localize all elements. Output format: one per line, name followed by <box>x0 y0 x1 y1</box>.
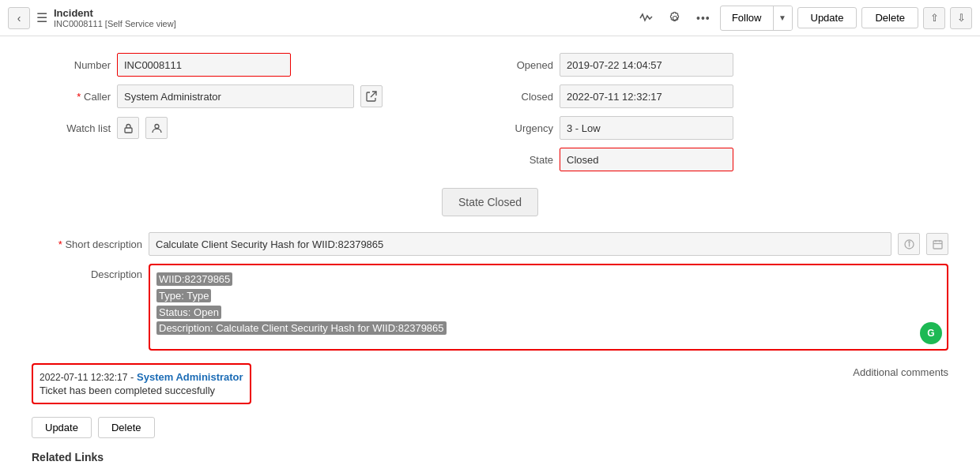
description-box: WIID:82379865 Type: Type Status: Open De… <box>149 264 948 351</box>
follow-button[interactable]: Follow <box>721 8 773 28</box>
short-desc-input[interactable] <box>149 232 891 256</box>
svg-rect-6 <box>933 241 942 249</box>
closed-row: Closed <box>490 84 948 109</box>
comment-author[interactable]: System Administrator <box>137 371 243 383</box>
caller-row: Caller <box>32 84 490 109</box>
short-desc-row: Short description <box>32 232 948 256</box>
watchlist-row: Watch list <box>32 115 490 141</box>
bottom-update-button[interactable]: Update <box>32 417 92 438</box>
related-links-section: Related Links Repair SLAs <box>32 451 948 469</box>
desc-line4: Description: Calculate Client Security H… <box>156 321 447 335</box>
description-row: Description WIID:82379865 Type: Type Sta… <box>32 264 948 351</box>
closed-input[interactable] <box>560 84 733 108</box>
svg-point-5 <box>908 241 909 242</box>
activity-icon-button[interactable] <box>635 6 658 30</box>
info-icon-button[interactable] <box>898 233 920 255</box>
desc-line3: Status: Open <box>156 306 221 319</box>
follow-btn-group: Follow ▼ <box>720 6 793 31</box>
follow-dropdown-button[interactable]: ▼ <box>773 6 792 30</box>
caller-label: Caller <box>32 91 111 103</box>
nav-down-button[interactable]: ⇩ <box>950 7 972 29</box>
svg-point-2 <box>155 124 159 128</box>
description-label: Description <box>32 264 142 280</box>
nav-up-button[interactable]: ⇧ <box>923 7 945 29</box>
header-title-block: Incident INC0008111 [Self Service view] <box>54 7 176 28</box>
desc-line2: Type: Type <box>156 289 211 302</box>
opened-label: Opened <box>490 59 553 71</box>
grammarly-button[interactable]: G <box>920 322 942 344</box>
urgency-label: Urgency <box>490 122 553 134</box>
urgency-row: Urgency <box>490 115 948 141</box>
related-links-title: Related Links <box>32 451 948 463</box>
state-closed-banner: State Closed <box>442 188 538 216</box>
hamburger-icon[interactable]: ☰ <box>36 10 47 25</box>
svg-line-0 <box>371 92 376 97</box>
bottom-delete-button[interactable]: Delete <box>98 417 155 438</box>
more-options-button[interactable]: ••• <box>692 6 715 30</box>
additional-comments-label: Additional comments <box>790 363 948 404</box>
settings-icon-button[interactable] <box>663 6 687 30</box>
incident-sub: INC0008111 [Self Service view] <box>54 19 176 28</box>
state-label: State <box>490 154 553 166</box>
desc-line1: WIID:82379865 <box>156 272 232 286</box>
opened-input[interactable] <box>560 53 733 77</box>
back-button[interactable]: ‹ <box>8 7 30 29</box>
urgency-input[interactable] <box>560 116 733 140</box>
description-content: WIID:82379865 Type: Type Status: Open De… <box>149 264 948 351</box>
caller-link-button[interactable] <box>360 85 383 107</box>
main-content: Number Caller Watch list <box>0 36 980 469</box>
header-right: ••• Follow ▼ Update Delete ⇧ ⇩ <box>635 6 972 31</box>
comment-separator: - <box>130 371 137 383</box>
comment-text: Ticket has been completed succesfully <box>40 385 243 396</box>
comment-left: 2022-07-11 12:32:17 - System Administrat… <box>32 363 784 404</box>
incident-label: Incident <box>54 7 176 19</box>
header-bar: ‹ ☰ Incident INC0008111 [Self Service vi… <box>0 0 980 36</box>
calendar-icon-button[interactable] <box>926 233 948 255</box>
form-left: Number Caller Watch list <box>32 52 490 172</box>
closed-label: Closed <box>490 91 553 103</box>
number-label: Number <box>32 59 111 71</box>
header-update-button[interactable]: Update <box>797 7 858 28</box>
caller-input[interactable] <box>117 84 354 108</box>
opened-row: Opened <box>490 52 948 77</box>
form-right: Opened Closed Urgency State <box>490 52 948 172</box>
header-delete-button[interactable]: Delete <box>861 7 918 28</box>
svg-rect-1 <box>125 128 132 133</box>
comment-section: 2022-07-11 12:32:17 - System Administrat… <box>32 363 948 404</box>
short-desc-label: Short description <box>32 238 142 250</box>
state-input[interactable] <box>560 148 733 171</box>
state-row: State <box>490 147 948 172</box>
number-input[interactable] <box>117 53 291 77</box>
bottom-buttons: Update Delete <box>32 417 948 438</box>
comment-timestamp: 2022-07-11 12:32:17 <box>40 372 127 383</box>
form-section: Number Caller Watch list <box>32 52 948 172</box>
number-row: Number <box>32 52 490 77</box>
watchlist-person-button[interactable] <box>145 117 168 139</box>
watchlist-label: Watch list <box>32 122 111 134</box>
comment-box: 2022-07-11 12:32:17 - System Administrat… <box>32 363 251 404</box>
header-left: ‹ ☰ Incident INC0008111 [Self Service vi… <box>8 7 630 29</box>
watchlist-lock-button[interactable] <box>117 117 139 139</box>
